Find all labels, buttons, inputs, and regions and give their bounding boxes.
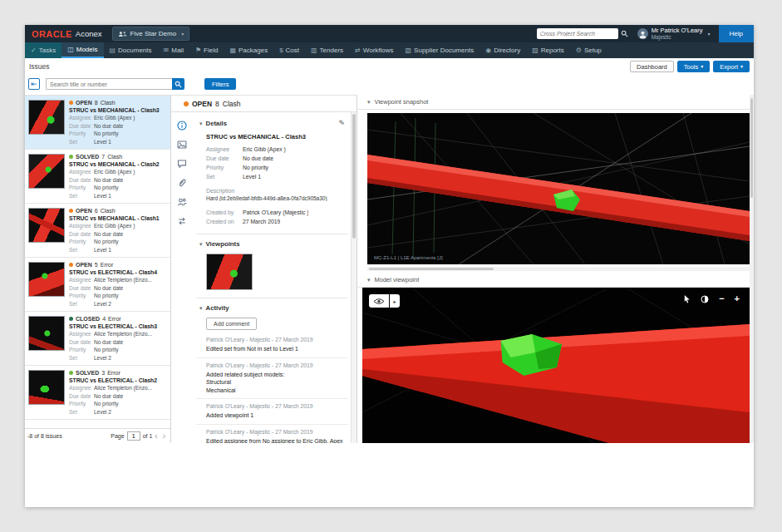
comment-icon[interactable]: [177, 159, 187, 169]
chevron-down-icon: ▾: [367, 277, 371, 283]
model-viewpoint-toggle[interactable]: ▾ Model viewpoint: [357, 273, 754, 288]
issue-type: Error: [108, 316, 121, 322]
field-value: No due date: [94, 176, 123, 185]
nav-tab-label: Workflows: [363, 47, 394, 54]
image-icon[interactable]: [177, 140, 187, 150]
select-tool-button[interactable]: [683, 294, 691, 303]
activity-meta: Patrick O'Leary - Majestic - 27 March 20…: [206, 403, 348, 409]
snapshot-horizontal-scrollbar[interactable]: [367, 267, 750, 271]
visibility-button[interactable]: [369, 294, 389, 308]
zoom-out-button[interactable]: −: [719, 294, 724, 303]
issue-number: 5: [95, 262, 98, 268]
nav-tab-mail[interactable]: ✉Mail: [158, 42, 189, 58]
model-viewport[interactable]: ▸ − +: [362, 288, 750, 443]
nav-tab-setup[interactable]: ⚙Setup: [570, 42, 607, 58]
zoom-in-button[interactable]: +: [735, 294, 740, 303]
nav-tab-tenders[interactable]: ▥Tenders: [305, 42, 349, 58]
viewpoint-snapshot-toggle[interactable]: ▾ Viewpoint snapshot: [357, 95, 754, 110]
nav-tab-label: Models: [76, 46, 98, 53]
shading-tool-button[interactable]: [701, 295, 709, 303]
nav-tab-label: Directory: [494, 47, 520, 54]
issue-thumbnail: [28, 100, 65, 135]
status-label: OPEN: [192, 100, 212, 108]
detail-scrollbar[interactable]: [351, 112, 357, 443]
filters-button[interactable]: Filters: [204, 78, 236, 90]
documents-icon: ▤: [110, 47, 116, 54]
edit-pencil-icon[interactable]: ✎: [338, 119, 345, 127]
nav-tab-directory[interactable]: ◉Directory: [480, 42, 526, 58]
activity-entry: Patrick O'Leary - Majestic - 27 March 20…: [196, 399, 348, 425]
visibility-options-button[interactable]: ▸: [390, 294, 400, 308]
issue-list-item[interactable]: SOLVED7Clash STRUC vs MECHANICAL - Clash…: [25, 150, 170, 204]
chevron-down-icon: ▾: [740, 64, 743, 69]
nav-tab-field[interactable]: ⚑Field: [189, 42, 224, 58]
viewer-panel: ▾ Viewpoint snapshot: [357, 95, 754, 443]
tools-button[interactable]: Tools▾: [677, 61, 711, 72]
chevron-down-icon: ▾: [199, 121, 203, 126]
nav-tab-tasks[interactable]: ✓Tasks: [25, 42, 61, 58]
page-input[interactable]: [127, 431, 140, 441]
user-menu[interactable]: Mr Patrick O'Leary Majestic ▾: [637, 27, 711, 41]
previous-page-button[interactable]: ‹: [155, 432, 157, 441]
activity-section-toggle[interactable]: ▾ Activity: [199, 304, 348, 312]
field-label: Set: [69, 300, 94, 308]
issue-title: STRUC vs MECHANICAL - Clash1: [69, 214, 167, 222]
app-window: ORACLE Aconex Five Star Demo ▾ Mr Patric…: [25, 25, 754, 507]
viewpoint-snapshot-viewport[interactable]: MC-Z1-L1 | L1E Apartments [J]: [367, 113, 750, 264]
viewpoint-thumbnail[interactable]: [206, 254, 253, 290]
issue-list-item[interactable]: OPEN8Clash STRUC vs MECHANICAL - Clash3 …: [25, 96, 170, 150]
info-icon[interactable]: [177, 121, 187, 131]
activity-text: Edited set from Not in set to Level 1: [206, 345, 348, 353]
people-icon[interactable]: [177, 197, 187, 207]
flag-icon: ⚑: [195, 47, 201, 54]
issue-list-item[interactable]: OPEN6Clash STRUC vs MECHANICAL - Clash1 …: [25, 204, 170, 258]
issue-type: Error: [101, 262, 114, 268]
export-button[interactable]: Export▾: [713, 61, 750, 72]
chevron-right-icon: ▸: [393, 298, 396, 304]
eye-icon: [373, 298, 385, 305]
issue-list-item[interactable]: OPEN5Error STRUC vs ELECTRICAL - Clash4 …: [25, 258, 170, 312]
nav-tab-reports[interactable]: ▨Reports: [526, 42, 570, 58]
field-label: Assignee: [69, 276, 94, 284]
nav-tab-label: Documents: [118, 47, 151, 54]
page-header: Issues Dashboard Tools▾ Export▾: [25, 58, 754, 75]
details-section-toggle[interactable]: ▾ Details ✎: [199, 119, 348, 127]
person-icon: [638, 30, 647, 39]
collapse-panel-button[interactable]: ⇤: [28, 78, 40, 90]
field-label: Created on: [206, 217, 243, 226]
nav-tab-models[interactable]: ◫Models: [61, 42, 103, 58]
cross-project-search-input[interactable]: [537, 28, 618, 39]
issue-list-item[interactable]: SOLVED3Error STRUC vs ELECTRICAL - Clash…: [25, 366, 170, 420]
field-value: No due date: [94, 392, 123, 401]
nav-tab-packages[interactable]: ▦Packages: [224, 42, 273, 58]
nav-tab-supplier-documents[interactable]: ▧Supplier Documents: [400, 42, 480, 58]
issue-search-button[interactable]: [172, 78, 184, 90]
search-button[interactable]: [618, 28, 631, 39]
details-section-label: Details: [206, 120, 228, 127]
field-label: Assignee: [69, 330, 94, 338]
nav-tab-workflows[interactable]: ⇄Workflows: [349, 42, 399, 58]
nav-tab-label: Reports: [541, 47, 564, 54]
issue-search-input[interactable]: [46, 78, 172, 90]
issue-thumbnail: [28, 316, 65, 351]
help-link[interactable]: Help: [719, 25, 754, 42]
status-label: OPEN: [76, 208, 92, 214]
add-comment-button[interactable]: Add comment: [206, 318, 257, 330]
nav-tab-cost[interactable]: $Cost: [273, 42, 305, 58]
issue-number: 8: [95, 100, 98, 106]
search-icon: [621, 30, 628, 37]
viewpoints-section-toggle[interactable]: ▾ Viewpoints: [199, 240, 348, 248]
sync-arrows-icon[interactable]: [177, 216, 187, 226]
status-dot: [69, 155, 73, 159]
nav-tab-documents[interactable]: ▤Documents: [104, 42, 158, 58]
field-value: Patrick O'Leary (Majestic ): [243, 208, 308, 217]
dashboard-button[interactable]: Dashboard: [630, 61, 674, 72]
viewer-panel-scrollbar[interactable]: [750, 95, 754, 443]
project-selector[interactable]: Five Star Demo ▾: [112, 27, 190, 41]
next-page-button[interactable]: ›: [163, 432, 165, 441]
issue-list-item[interactable]: CLOSED4Error STRUC vs ELECTRICAL - Clash…: [25, 312, 170, 366]
chevron-down-icon: ▾: [181, 31, 184, 37]
attachment-icon[interactable]: [177, 178, 187, 188]
status-label: OPEN: [76, 262, 92, 268]
field-label: Priority: [69, 184, 94, 192]
